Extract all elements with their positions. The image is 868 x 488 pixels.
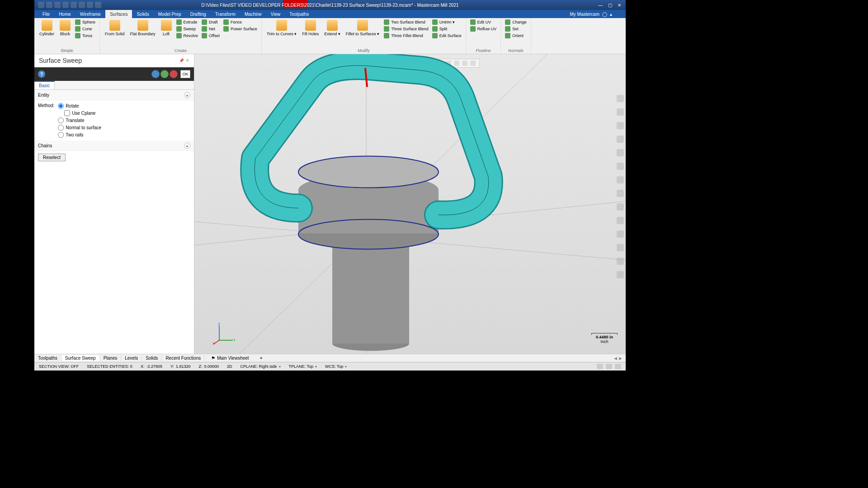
qat-print-icon[interactable] [62,2,69,8]
rt-icon[interactable] [617,244,624,251]
wcs-status[interactable]: WCS: Top▾ [325,364,347,369]
rt-icon[interactable] [617,203,624,211]
sb-icon[interactable] [597,364,603,369]
tab-planes[interactable]: Planes [100,355,122,361]
menu-wireframe[interactable]: Wireframe [75,10,105,18]
panel-close-icon[interactable]: ✕ [186,58,189,63]
qat-btn-icon[interactable] [79,2,85,8]
offset-button[interactable]: Offset [200,33,221,39]
reflow-uv-button[interactable]: Reflow UV [469,26,498,32]
rt-icon[interactable] [617,108,624,116]
ribbon-collapse-icon[interactable]: ▴ [610,12,612,17]
maximize-icon[interactable]: ▢ [608,3,612,8]
menu-home[interactable]: Home [54,10,75,18]
qat-undo-icon[interactable] [87,2,93,8]
menu-view[interactable]: View [266,10,285,18]
tab-recent-functions[interactable]: Recent Functions [162,355,205,361]
qat-help-icon[interactable] [71,2,77,8]
mode-2d[interactable]: 2D [227,364,232,369]
two-rails-radio[interactable]: Two rails [58,132,101,138]
change-button[interactable]: Change [504,19,528,25]
qat-redo-icon[interactable] [95,2,101,8]
chains-section-header[interactable]: Chains ▲ [34,141,194,151]
close-icon[interactable]: ✕ [618,3,621,8]
tab-surface-sweep[interactable]: Surface Sweep [61,355,100,361]
cancel-icon[interactable] [170,70,178,78]
add-viewsheet-button[interactable]: + [255,355,267,361]
fillet-to-surfaces-button[interactable]: Fillet to Surfaces ▾ [344,19,382,37]
rt-icon[interactable] [617,163,624,170]
net-button[interactable]: Net [200,26,221,32]
rt-icon[interactable] [617,258,624,265]
trim-to-curves-button[interactable]: Trim to Curves ▾ [264,19,299,37]
use-cplane-checkbox[interactable]: Use Cplane [64,110,101,116]
qat-new-icon[interactable] [38,2,44,8]
menu-transform[interactable]: Transform [211,10,240,18]
flat-boundary-button[interactable]: Flat Boundary [128,19,158,37]
menu-solids[interactable]: Solids [132,10,153,18]
menu-machine[interactable]: Machine [240,10,266,18]
tab-levels[interactable]: Levels [121,355,142,361]
orient-button[interactable]: Orient [504,33,528,39]
edit-surface-button[interactable]: Edit Surface [431,33,463,39]
tab-solids[interactable]: Solids [142,355,162,361]
rt-icon[interactable] [617,271,624,278]
fill-holes-button[interactable]: Fill Holes [300,19,321,37]
three-fillet-blend-button[interactable]: Three Fillet Blend [382,33,430,39]
translate-radio[interactable]: Translate [58,117,101,123]
tab-toolpaths[interactable]: Toolpaths [34,355,61,361]
menu-surfaces[interactable]: Surfaces [105,10,132,18]
two-surface-blend-button[interactable]: Two Surface Blend [382,19,430,25]
rt-icon[interactable] [617,190,624,197]
rt-icon[interactable] [617,95,624,102]
from-solid-button[interactable]: From Solid [103,19,127,37]
reselect-button[interactable]: Reselect [38,154,66,161]
sweep-button[interactable]: Sweep [175,26,200,32]
split-button[interactable]: Split [431,26,463,32]
cone-button[interactable]: Cone [74,26,97,32]
my-mastercam[interactable]: My Mastercam ◯ ▴ [570,12,626,17]
untrim-button[interactable]: Untrim ▾ [431,19,463,25]
tplane-status[interactable]: TPLANE: Top▾ [289,364,317,369]
sb-icon[interactable] [615,364,621,369]
loft-button[interactable]: Loft [159,19,174,37]
rt-icon[interactable] [617,149,624,156]
normal-to-surface-radio[interactable]: Normal to surface [58,125,101,131]
rotate-radio[interactable]: Rotate [58,103,101,109]
menu-toolpaths[interactable]: Toolpaths [285,10,313,18]
draft-button[interactable]: Draft [200,19,221,25]
cylinder-button[interactable]: Cylinder [37,19,57,37]
sb-icon[interactable] [606,364,612,369]
three-surface-blend-button[interactable]: Three Surface Blend [382,26,430,32]
rt-icon[interactable] [617,230,624,238]
3d-viewport[interactable]: AutoCursor ▾ [194,54,626,354]
ok-icon[interactable] [160,70,169,78]
rt-icon[interactable] [617,136,624,143]
section-view-status[interactable]: SECTION VIEW: OFF [39,364,79,369]
arrow-right-icon[interactable]: ▶ [619,356,622,361]
extrude-button[interactable]: Extrude [175,19,200,25]
extend-button[interactable]: Extend ▾ [322,19,343,37]
minimize-icon[interactable]: — [598,3,603,8]
entity-section-header[interactable]: Entity ▲ [34,90,194,100]
basic-tab[interactable]: Basic [34,81,55,89]
torus-button[interactable]: Torus [74,33,97,39]
viewsheet-tab[interactable]: ⚑ Main Viewsheet [207,355,253,361]
sphere-button[interactable]: Sphere [74,19,97,25]
menu-file[interactable]: File [38,10,54,18]
cplane-status[interactable]: CPLANE: Right side▾ [241,364,281,369]
power-surface-button[interactable]: Power Surface [222,26,259,32]
edit-uv-button[interactable]: Edit UV [469,19,498,25]
pin-icon[interactable]: 📌 [179,58,184,63]
block-button[interactable]: Block [57,19,73,37]
help-icon[interactable]: ? [38,70,45,78]
set-button[interactable]: Set [504,26,528,32]
ok-new-icon[interactable] [151,70,160,78]
menu-drafting[interactable]: Drafting [186,10,211,18]
rt-icon[interactable] [617,122,624,129]
menu-model-prep[interactable]: Model Prep [154,10,186,18]
rt-icon[interactable] [617,176,624,183]
rt-icon[interactable] [617,217,624,224]
revolve-button[interactable]: Revolve [175,33,200,39]
qat-save-icon[interactable] [46,2,52,8]
